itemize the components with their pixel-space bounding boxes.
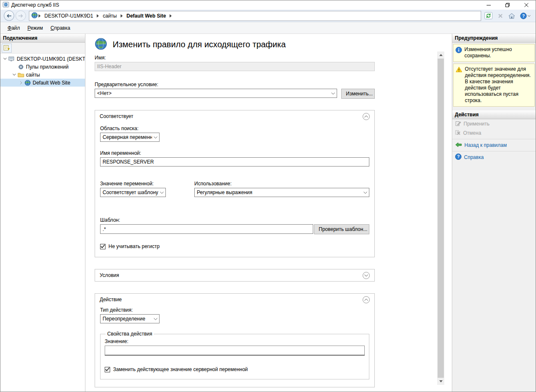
home-button[interactable] [508, 13, 515, 19]
tree-item-label: Пулы приложений [26, 64, 69, 70]
minimize-button[interactable] [479, 0, 498, 10]
actions-divider [452, 151, 536, 151]
help-label: Справка [464, 154, 484, 160]
server-icon [8, 56, 15, 62]
replace-value-checkbox[interactable] [105, 367, 110, 372]
check-icon [100, 244, 105, 249]
title-bar: Диспетчер служб IIS [0, 0, 536, 10]
pattern-label: Шаблон: [100, 217, 369, 223]
tree-item-sites[interactable]: сайты [0, 71, 85, 79]
forward-button[interactable] [15, 10, 26, 21]
apply-label: Применить [464, 121, 490, 127]
help-link[interactable]: ? Справка [452, 153, 536, 162]
tree-item-app-pools[interactable]: Пулы приложений [0, 63, 85, 71]
breadcrumb-item-default-web-site[interactable]: Default Web Site [124, 13, 169, 19]
scroll-down-button[interactable] [437, 378, 444, 385]
chevron-down-icon [330, 92, 337, 95]
menu-view[interactable]: Режим [24, 23, 47, 33]
address-bar: DESKTOP-U1MK9D1 сайты Default Web Site ? [0, 10, 536, 22]
right-panel: Предупреждения Изменения успешно сохране… [452, 34, 536, 392]
action-section: Действие Тип действия: Переопределение С… [95, 293, 375, 387]
help-button[interactable]: ? [520, 13, 531, 19]
back-button[interactable] [4, 10, 14, 21]
breadcrumb-item-sites[interactable]: сайты [100, 13, 120, 19]
scope-select[interactable]: Серверная переменн [100, 133, 160, 142]
tree-item-label: DESKTOP-U1MK9D1 (DESKTOP [17, 56, 85, 62]
test-pattern-button[interactable]: Проверить шаблон... [314, 224, 369, 234]
chevron-up-icon [439, 54, 443, 56]
maximize-button[interactable] [498, 0, 517, 10]
tree-item-server[interactable]: DESKTOP-U1MK9D1 (DESKTOP [0, 55, 85, 63]
scope-label: Область поиска: [100, 126, 369, 131]
action-properties-group: Свойства действия Значение: Заменить дей… [100, 331, 369, 379]
back-icon [6, 14, 12, 18]
scroll-thumb[interactable] [438, 59, 444, 378]
cancel-action: Отмена [452, 128, 536, 138]
variable-name-input[interactable] [100, 157, 369, 167]
tree-item-label: сайты [26, 72, 40, 78]
site-icon [24, 80, 31, 86]
usage-select[interactable]: Регулярные выражения [194, 188, 369, 197]
connections-header: Подключения [0, 34, 85, 43]
connections-panel: Подключения DESKTOP-U1MK9D1 (DESKTOP Пул… [0, 34, 85, 392]
pattern-input[interactable] [100, 224, 313, 234]
conditions-section: Условия [95, 269, 375, 282]
expand-conditions-button[interactable] [363, 272, 370, 279]
menu-file[interactable]: Файл [4, 23, 24, 33]
create-connection-button[interactable] [2, 44, 12, 53]
page-title-row: Изменить правило для исходящего трафика [95, 37, 375, 51]
refresh-button[interactable] [484, 12, 492, 19]
chevron-expanded-icon[interactable] [2, 58, 8, 60]
action-type-label: Тип действия: [100, 307, 369, 313]
home-icon [508, 13, 515, 19]
tree-item-default-web-site[interactable]: Default Web Site [0, 79, 85, 87]
window-title: Диспетчер служб IIS [11, 2, 59, 8]
alerts-header: Предупреждения [452, 34, 536, 43]
restore-icon [505, 3, 510, 7]
action-value-label: Значение: [105, 338, 365, 344]
chevron-collapsed-icon[interactable] [18, 81, 24, 85]
scroll-up-button[interactable] [437, 51, 444, 59]
close-button[interactable] [517, 0, 536, 10]
collapse-match-button[interactable] [363, 113, 370, 120]
chevron-right-icon [169, 14, 173, 18]
address-bar-icons: ? [484, 12, 532, 19]
variable-name-label: Имя переменной: [100, 150, 369, 156]
folder-icon [17, 72, 24, 77]
forward-icon [18, 14, 23, 18]
usage-label: Использование: [194, 181, 369, 187]
iis-manager-window: Диспетчер служб IIS DESKTOP-U1MK9D1 сайт… [0, 0, 536, 392]
svg-text:?: ? [522, 13, 525, 18]
create-connection-icon [3, 45, 10, 51]
action-type-select[interactable]: Переопределение [100, 314, 160, 323]
variable-value-select[interactable]: Соответствует шаблону [100, 188, 166, 197]
warning-alert: Отсутствует значение для действия переоп… [453, 64, 535, 107]
collapse-action-button[interactable] [363, 296, 370, 303]
match-section: Соответствует Область поиска: Серверная … [95, 110, 375, 257]
chevron-down-icon [152, 136, 159, 138]
breadcrumb-item-server[interactable]: DESKTOP-U1MK9D1 [41, 13, 96, 19]
action-value-input[interactable] [105, 346, 365, 356]
app-icon [3, 1, 9, 9]
check-icon [105, 367, 110, 372]
main-content: Изменить правило для исходящего трафика … [86, 34, 452, 392]
ignore-case-checkbox[interactable] [100, 244, 106, 249]
back-to-rules-link[interactable]: Назад к правилам [452, 141, 536, 150]
apply-action: Применить [452, 119, 536, 128]
name-label: Имя: [95, 55, 375, 61]
chevron-right-icon [38, 14, 41, 18]
edit-precondition-button[interactable]: Изменить... [341, 89, 375, 99]
app-pools-icon [17, 64, 24, 70]
replace-value-label: Заменить действующее значение серверной … [113, 366, 248, 372]
vertical-scrollbar[interactable] [437, 51, 444, 385]
chevron-expanded-icon[interactable] [11, 74, 17, 76]
info-icon [456, 47, 462, 54]
menu-bar: Файл Режим Справка [0, 22, 536, 34]
chevron-down-icon [528, 15, 531, 17]
precondition-select[interactable]: <Нет> [95, 89, 337, 98]
tree-item-label: Default Web Site [33, 80, 70, 86]
stop-button[interactable] [497, 13, 503, 19]
chevron-right-icon [120, 14, 124, 18]
menu-help[interactable]: Справка [47, 23, 74, 33]
match-section-title: Соответствует [100, 113, 133, 119]
